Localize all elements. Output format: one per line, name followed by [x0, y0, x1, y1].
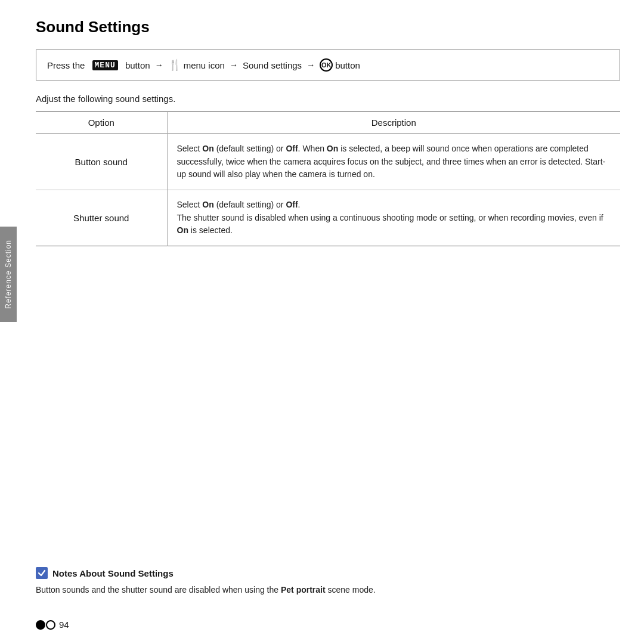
link-icon [36, 620, 55, 630]
option-button-sound: Button sound [36, 134, 167, 190]
desc-shutter-sound: Select On (default setting) or Off. The … [167, 190, 620, 246]
notes-section: Notes About Sound Settings Button sounds… [36, 567, 620, 596]
sidebar-tab: Reference Section [0, 227, 17, 322]
nav-arrow1: → [155, 60, 163, 70]
page-title: Sound Settings [36, 18, 620, 36]
notes-title: Notes About Sound Settings [36, 567, 620, 579]
option-shutter-sound: Shutter sound [36, 190, 167, 246]
sidebar-label: Reference Section [4, 240, 13, 309]
check-icon [36, 567, 48, 579]
nav-part2: menu icon [184, 60, 225, 70]
table-row: Button sound Select On (default setting)… [36, 134, 620, 190]
nav-arrow3: → [306, 60, 315, 70]
menu-label: MENU [92, 60, 118, 70]
notes-text: Button sounds and the shutter sound are … [36, 584, 620, 596]
page-number: 94 [59, 620, 69, 630]
fork-icon: 🍴 [168, 58, 181, 72]
nav-part3: Sound settings [243, 60, 302, 70]
circle-empty [46, 620, 55, 630]
nav-part1: button [125, 60, 150, 70]
desc-button-sound: Select On (default setting) or Off. When… [167, 134, 620, 190]
nav-arrow2: → [230, 60, 238, 70]
nav-part4: button [335, 60, 360, 70]
notes-heading: Notes About Sound Settings [52, 568, 174, 578]
table-header-description: Description [167, 112, 620, 134]
main-content: Sound Settings Press the MENU button → 🍴… [36, 18, 620, 246]
adjust-text: Adjust the following sound settings. [36, 94, 620, 104]
nav-prefix: Press the [47, 60, 85, 70]
settings-table: Option Description Button sound Select O… [36, 111, 620, 246]
navigation-box: Press the MENU button → 🍴 menu icon → So… [36, 49, 620, 80]
table-row: Shutter sound Select On (default setting… [36, 190, 620, 246]
table-header-option: Option [36, 112, 167, 134]
circle-filled [36, 620, 45, 630]
page-footer: 94 [36, 620, 69, 630]
ok-icon: OK [320, 58, 333, 72]
